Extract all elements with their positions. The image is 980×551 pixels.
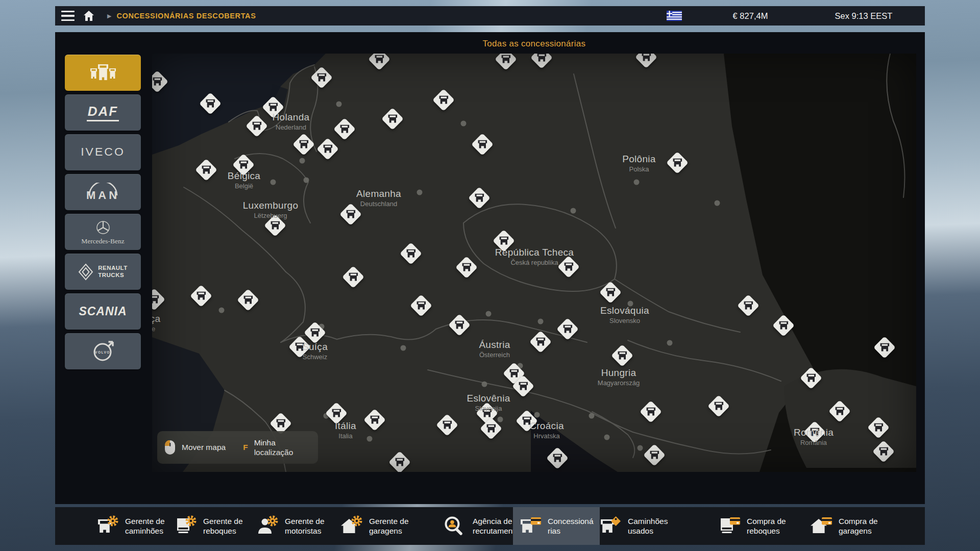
truck-front-icon (562, 324, 573, 334)
iveco-logo: IVECO (81, 146, 125, 159)
truck-front-icon (536, 54, 547, 62)
toolbar-item-garage-purchase[interactable]: Compra de garagens (804, 507, 895, 545)
city-dot (367, 436, 373, 442)
city-dot (336, 102, 342, 107)
truck-front-icon (416, 301, 427, 310)
truck-front-icon (564, 262, 574, 271)
truck-front-icon (238, 160, 249, 169)
volvo-circle-arrow-icon: VOLVO (91, 339, 115, 364)
truck-front-icon (778, 321, 789, 330)
truck-front-icon (499, 236, 509, 245)
renault-logo: RENAULT TRUCKS (98, 265, 128, 279)
truck-front-icon (501, 55, 511, 64)
garage-manager-icon (339, 515, 363, 537)
toolbar-item-garage-manager[interactable]: Gerente de garagens (334, 507, 425, 545)
truck-front-icon (395, 458, 405, 467)
truck-front-icon (486, 424, 497, 433)
recruitment-agency-icon (443, 515, 467, 537)
player-money: € 827,4M (704, 6, 796, 26)
toolbar-item-dealers[interactable]: Concessionárias (513, 507, 600, 545)
brand-filter-renault[interactable]: RENAULT TRUCKS (65, 254, 141, 290)
home-icon (83, 10, 95, 22)
truck-front-icon (205, 99, 216, 108)
truck-front-icon (617, 351, 628, 360)
main-panel: Todas as concessionárias DAF IVECO (55, 32, 925, 504)
truck-front-icon (482, 409, 493, 418)
page-title: Todas as concessionárias (152, 39, 916, 49)
brand-filter-man[interactable]: MAN (65, 174, 141, 210)
toolbar-item-label: Concessionárias (548, 516, 595, 536)
truck-front-icon (310, 328, 321, 337)
city-dot (628, 301, 633, 307)
chevron-right-icon: ▶ (107, 13, 111, 19)
city-dot (534, 412, 540, 418)
toolbar-item-label: Gerente de motoristas (285, 516, 336, 536)
truck-front-icon (810, 428, 820, 437)
truck-front-icon (252, 121, 262, 131)
truck-front-icon (196, 291, 207, 300)
truck-front-icon (276, 419, 286, 428)
toolbar-item-truck-manager[interactable]: Gerente de caminhões (90, 507, 181, 545)
truck-front-icon (509, 369, 520, 378)
truck-fleet-icon (88, 63, 118, 83)
truck-front-icon (454, 320, 465, 330)
map[interactable]: HolandaNederlandBélgicaBelgiëLuxemburgoL… (152, 54, 916, 472)
city-dot (498, 417, 503, 422)
toolbar-item-driver-manager[interactable]: Gerente de motoristas (250, 507, 341, 545)
brand-filter-all-trucks[interactable] (65, 55, 141, 91)
truck-front-icon (474, 193, 485, 203)
toolbar-item-label: Compra de garagens (839, 516, 890, 536)
city-dot (571, 208, 576, 214)
my-location-label: Minha localização (254, 438, 308, 458)
svg-text:VOLVO: VOLVO (95, 350, 110, 354)
mercedes-star-icon (94, 219, 112, 236)
truck-front-icon (835, 407, 845, 416)
truck-front-icon (649, 450, 660, 460)
toolbar-item-label: Compra de reboques (747, 516, 798, 536)
truck-front-icon (552, 454, 563, 463)
renault-diamond-icon (78, 263, 93, 281)
hamburger-icon (61, 11, 75, 21)
brand-filter-daf[interactable]: DAF (65, 94, 141, 131)
toolbar-item-used-trucks[interactable]: Caminhões usados (593, 507, 684, 545)
city-dot (486, 311, 492, 317)
brand-filter-scania[interactable]: SCANIA (65, 293, 141, 330)
scania-logo: SCANIA (79, 305, 127, 318)
truck-front-icon (646, 407, 656, 416)
city-dot (715, 201, 720, 206)
trailer-manager-icon (174, 515, 197, 537)
truck-front-icon (387, 114, 398, 123)
city-dot (589, 413, 595, 419)
truck-front-icon (743, 301, 754, 310)
home-button[interactable] (78, 6, 100, 26)
city-dot (219, 308, 225, 313)
toolbar-item-recruitment-agency[interactable]: Agência de recrutamento (438, 507, 525, 545)
truck-front-icon (605, 288, 616, 297)
truck-front-icon (201, 165, 212, 174)
truck-front-icon (268, 103, 279, 112)
menu-button[interactable] (55, 6, 78, 26)
city-dot (604, 435, 610, 440)
brand-filter-mercedes[interactable]: Mercedes-Benz (65, 214, 141, 250)
driver-manager-icon (255, 515, 279, 537)
used-trucks-icon (598, 515, 622, 537)
brand-filter-volvo[interactable]: VOLVO (65, 333, 141, 369)
brand-filter-iveco[interactable]: IVECO (65, 134, 141, 170)
toolbar-item-trailer-manager[interactable]: Gerente de reboques (168, 507, 259, 545)
truck-front-icon (461, 263, 472, 272)
truck-front-icon (873, 423, 884, 432)
city-dot (482, 382, 487, 387)
map-controls: Mover mapa F Minha localização (157, 431, 318, 464)
toolbar-item-trailer-purchase[interactable]: Compra de reboques (712, 507, 803, 545)
truck-front-icon (672, 158, 683, 167)
truck-front-icon (270, 221, 281, 230)
truck-front-icon (878, 447, 889, 456)
truck-front-icon (374, 55, 385, 64)
truck-front-icon (714, 402, 724, 411)
toolbar-item-label: Caminhões usados (628, 516, 679, 536)
map-background (152, 54, 916, 472)
toolbar-item-label: Gerente de reboques (203, 516, 254, 536)
truck-front-icon (535, 337, 546, 346)
truck-front-icon (323, 144, 333, 154)
city-dot (634, 180, 640, 185)
